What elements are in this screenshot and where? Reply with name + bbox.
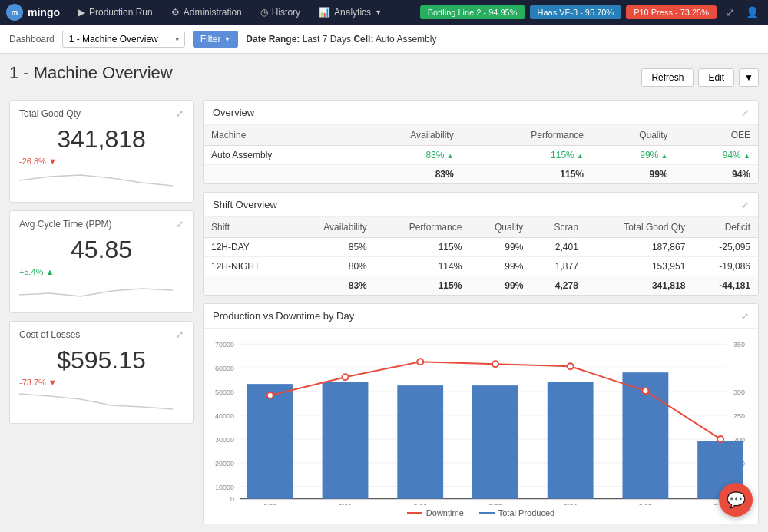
shift-summary-label: [204, 276, 293, 296]
svg-text:350: 350: [733, 341, 745, 349]
chart-panel: Production vs Downtime by Day ⤢ 70000 60…: [203, 303, 759, 524]
toolbar: Dashboard 1 - Machine Overview Filter ▼ …: [0, 25, 768, 54]
overview-summary-row: 83% 115% 99% 94%: [204, 165, 758, 184]
chart-legend: Downtime Total Produced: [213, 508, 749, 517]
svg-text:250: 250: [733, 412, 745, 420]
shift-name-day: 12H-DAY: [204, 238, 293, 257]
cost-of-losses-panel: Cost of Losses ⤢ $595.15 -73.7% ▼: [9, 321, 194, 424]
summary-label: [204, 165, 349, 184]
chart-header: Production vs Downtime by Day ⤢: [204, 304, 758, 329]
edit-button[interactable]: Edit: [698, 68, 734, 87]
line-dot-6: [717, 436, 723, 442]
nav-history-label: History: [272, 7, 300, 18]
svg-text:3/25: 3/25: [639, 503, 652, 505]
legend-downtime: Downtime: [407, 508, 464, 517]
bar-0: [247, 384, 293, 499]
haas-badge[interactable]: Haas VF-3 - 95.70%: [530, 5, 622, 19]
total-good-qty-panel: Total Good Qty ⤢ 341,818 -26.8% ▼: [9, 100, 194, 203]
col-performance: Performance: [462, 125, 591, 146]
chart-svg: 70000 60000 50000 40000 30000 20000 1000…: [213, 336, 749, 505]
production-run-icon: ▶: [78, 7, 85, 18]
machine-name: Auto Assembly: [204, 146, 349, 165]
dashboard-select[interactable]: 1 - Machine Overview: [62, 31, 185, 48]
main-content: 1 - Machine Overview Refresh Edit ▼ Tota…: [0, 54, 768, 532]
shift-col-availability: Availability: [293, 217, 375, 238]
col-availability: Availability: [349, 125, 462, 146]
shift-summary-scrap: 4,278: [531, 276, 586, 296]
p10-badge[interactable]: P10 Press - 73.25%: [626, 5, 717, 19]
shift-col-total-good: Total Good Qty: [586, 217, 693, 238]
date-range-label: Date Range:: [246, 34, 300, 45]
avg-cycle-time-panel: Avg Cycle Time (PPM) ⤢ 45.85 +5.4% ▲: [9, 210, 194, 313]
svg-text:50000: 50000: [215, 388, 234, 396]
analytics-dropdown-icon: ▼: [375, 8, 382, 16]
overview-title: Overview: [213, 107, 254, 118]
bar-1: [323, 382, 369, 499]
cell-value: Auto Assembly: [376, 34, 436, 45]
svg-text:20000: 20000: [215, 460, 234, 468]
shift-day-deficit: -25,095: [693, 238, 758, 257]
status-badges: Bottling Line 2 - 94.95% Haas VF-3 - 95.…: [420, 5, 717, 19]
shift-summary-quality: 99%: [469, 276, 531, 296]
nav-administration-label: Administration: [184, 7, 242, 18]
shift-header-row: Shift Availability Performance Quality S…: [204, 217, 758, 238]
shift-day-scrap: 2,401: [531, 238, 586, 257]
bar-3: [472, 385, 518, 499]
quality-value: 99% ▲: [591, 146, 676, 165]
shift-night-availability: 80%: [293, 257, 375, 276]
shift-summary-availability: 83%: [293, 276, 375, 296]
svg-text:3/20: 3/20: [263, 503, 276, 505]
nav-production-run-label: Production Run: [89, 7, 153, 18]
shift-summary-performance: 115%: [375, 276, 470, 296]
svg-text:40000: 40000: [215, 412, 234, 420]
user-icon[interactable]: 👤: [743, 3, 762, 21]
down-arrow-icon: ▼: [48, 157, 57, 166]
col-oee: OEE: [676, 125, 758, 146]
summary-performance: 115%: [462, 165, 591, 184]
avg-cycle-time-title: Avg Cycle Time (PPM): [19, 219, 111, 230]
overview-table: Machine Availability Performance Quality…: [204, 125, 758, 183]
main-grid: Total Good Qty ⤢ 341,818 -26.8% ▼ Avg Cy…: [9, 100, 759, 524]
filter-button[interactable]: Filter ▼: [193, 31, 239, 48]
more-button[interactable]: ▼: [739, 68, 759, 87]
chat-bubble[interactable]: 💬: [719, 483, 753, 517]
filter-label: Filter: [200, 34, 221, 45]
shift-col-quality: Quality: [469, 217, 531, 238]
avg-cycle-time-sparkline: [19, 279, 173, 302]
svg-text:300: 300: [733, 388, 745, 396]
clock-icon: ◷: [260, 7, 268, 18]
total-good-qty-expand-icon[interactable]: ⤢: [176, 108, 184, 119]
bar-2: [397, 385, 443, 499]
nav-analytics[interactable]: 📊 Analytics ▼: [310, 0, 391, 25]
shift-summary-row: 83% 115% 99% 4,278 341,818 -44,181: [204, 276, 758, 296]
nav-production-run[interactable]: ▶ Production Run: [69, 0, 162, 25]
nav-administration[interactable]: ⚙ Administration: [162, 0, 251, 25]
shift-night-deficit: -19,086: [693, 257, 758, 276]
shift-col-performance: Performance: [375, 217, 470, 238]
svg-text:3/24: 3/24: [564, 503, 577, 505]
total-good-qty-value: 341,818: [19, 125, 184, 154]
nav-history[interactable]: ◷ History: [251, 0, 310, 25]
legend-downtime-label: Downtime: [426, 508, 464, 517]
line-dot-2: [417, 359, 423, 365]
bottling-badge[interactable]: Bottling Line 2 - 94.95%: [420, 5, 525, 19]
shift-expand-icon[interactable]: ⤢: [741, 200, 749, 210]
shift-night-performance: 114%: [375, 257, 470, 276]
cost-of-losses-value: $595.15: [19, 346, 184, 375]
expand-icon[interactable]: ⤢: [723, 3, 738, 21]
cost-of-losses-expand-icon[interactable]: ⤢: [176, 329, 184, 340]
overview-panel-header: Overview ⤢: [204, 101, 758, 125]
total-good-qty-title: Total Good Qty: [19, 108, 81, 119]
logo-text: mingo: [28, 6, 60, 18]
avg-cycle-time-expand-icon[interactable]: ⤢: [176, 219, 184, 230]
overview-panel: Overview ⤢ Machine Availability Performa…: [203, 100, 759, 184]
filter-dropdown-icon: ▼: [223, 35, 230, 43]
chart-expand-icon[interactable]: ⤢: [741, 311, 749, 322]
shift-night-total-good: 153,951: [586, 257, 693, 276]
refresh-button[interactable]: Refresh: [641, 68, 694, 87]
shift-name-night: 12H-NIGHT: [204, 257, 293, 276]
shift-col-scrap: Scrap: [531, 217, 586, 238]
overview-expand-icon[interactable]: ⤢: [741, 107, 749, 118]
dashboard-label: Dashboard: [9, 34, 55, 45]
bar-4: [548, 382, 594, 499]
